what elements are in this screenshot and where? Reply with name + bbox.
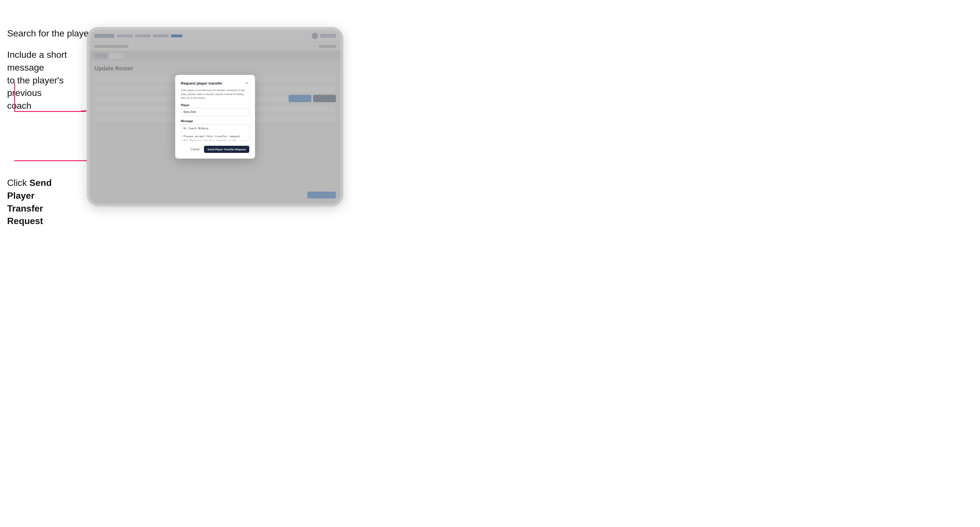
annotation-search: Search for the player. [7,27,94,40]
message-bracket-v [14,83,15,111]
message-textarea[interactable]: Hi Coach McHarg, Please accept this tran… [181,124,249,141]
modal-description: If the player is transferring from anoth… [181,89,249,100]
player-label: Player [181,104,249,107]
annotation-click: Click Send PlayerTransfer Request [7,176,81,227]
modal-close-button[interactable]: × [244,81,249,86]
tablet-screen: Update Roster Request player transfer × [90,30,340,203]
annotation-message: Include a short messageto the player's p… [7,48,81,112]
message-arrow-h [14,111,86,112]
message-label: Message [181,119,249,123]
cancel-button[interactable]: Cancel [188,146,202,152]
send-transfer-request-button[interactable]: Send Player Transfer Request [204,146,249,153]
modal-footer: Cancel Send Player Transfer Request [181,146,249,153]
modal-overlay: Request player transfer × If the player … [90,30,340,203]
modal-header: Request player transfer × [181,81,249,86]
player-input[interactable] [181,108,249,116]
tablet-device: Update Roster Request player transfer × [87,27,343,206]
modal-dialog: Request player transfer × If the player … [175,75,255,159]
modal-title: Request player transfer [181,81,222,86]
